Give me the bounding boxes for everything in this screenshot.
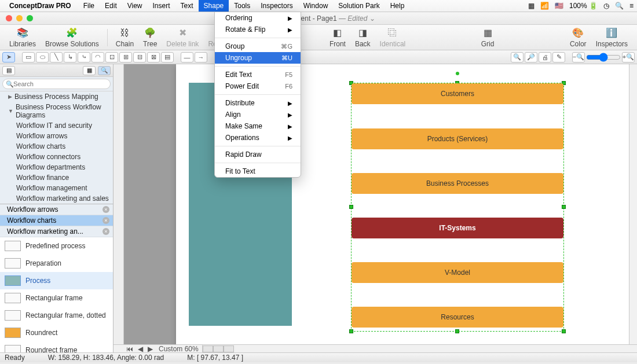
line-tool[interactable]: ╲ [50,52,63,62]
arc-tool[interactable]: ◠ [91,52,104,62]
tree-node[interactable]: ▼Business Process Workflow Diagrams [0,102,113,120]
resize-handle-mr[interactable] [562,205,566,209]
resize-handle-bl[interactable] [349,329,353,333]
menuitem-group[interactable]: Group⌘G [215,41,301,52]
tool-e[interactable]: ▤ [161,52,174,62]
menu-list-icon[interactable]: ≡ [629,2,634,10]
sidebar-tab-grid[interactable]: ▦ [83,66,96,75]
tree-child[interactable]: Workflow arrows [0,131,113,141]
page-nav-first[interactable]: ⏮ [124,345,136,353]
menuitem-power-edit[interactable]: Power EditF6 [215,80,301,92]
tree-child[interactable]: Workflow connectors [0,152,113,162]
resize-handle-bm[interactable] [455,329,459,333]
tree-node[interactable]: ▶Business Process Mapping [0,91,113,102]
tree-child[interactable]: Workflow charts [0,141,113,152]
menuitem-operations[interactable]: Operations▶ [215,132,301,144]
zoom-dropdown[interactable]: Custom 60% [155,345,203,353]
delete-link-button[interactable]: ✖Delete link [162,26,203,49]
spotlight-icon[interactable]: 🔍 [615,2,624,10]
vertical-scrollbar[interactable] [629,64,637,352]
open-library-row[interactable]: Workflow marketing an...× [0,226,113,237]
canvas-shape[interactable]: V-Model [352,262,563,283]
shape-palette-item[interactable]: Predefined process [0,237,113,255]
sidebar-tab-libraries[interactable]: ▤ [2,66,15,75]
canvas-shape[interactable]: Business Processes [352,173,563,194]
open-libraries[interactable]: Workflow arrows×Workflow charts×Workflow… [0,204,113,237]
menuitem-ungroup[interactable]: Ungroup⌘U [215,52,301,64]
menu-insert[interactable]: Insert [148,0,175,12]
battery-status[interactable]: 100% 🔋 [569,2,598,10]
grid-button[interactable]: ▦Grid [477,26,499,49]
close-library-icon[interactable]: × [102,217,109,224]
shape-palette-item[interactable]: Process [0,272,113,289]
color-button[interactable]: 🎨Color [565,26,591,49]
menuitem-fit-to-text[interactable]: Fit to Text [215,166,301,177]
open-library-row[interactable]: Workflow charts× [0,215,113,226]
zoom-slider[interactable] [586,53,621,62]
menu-text[interactable]: Text [175,0,199,12]
smart-connector-tool[interactable]: ⤷ [78,52,90,62]
menu-tools[interactable]: Tools [229,0,255,12]
tree-child[interactable]: Workflow marketing and sales [0,193,113,204]
edit-tool[interactable]: ✎ [552,52,565,62]
tool-b[interactable]: ⊞ [119,52,132,62]
tool-a[interactable]: ⊡ [105,52,118,62]
connector-tool[interactable]: ↳ [64,52,76,62]
menu-view[interactable]: View [122,0,148,12]
menuitem-rotate-&-flip[interactable]: Rotate & Flip▶ [215,24,301,35]
tool-d[interactable]: ⊠ [147,52,160,62]
shape-palette-item[interactable]: Rectangular frame [0,289,113,307]
menuitem-ordering[interactable]: Ordering▶ [215,12,301,24]
library-search-input[interactable] [2,79,111,89]
menuitem-make-same[interactable]: Make Same▶ [215,120,301,132]
canvas[interactable]: CustomersProducts (Services)Business Pro… [114,64,637,352]
canvas-shape[interactable]: IT-Systems [352,218,563,238]
chain-button[interactable]: ⛓Chain [111,26,138,49]
clock-icon[interactable]: ◷ [603,2,609,10]
menuitem-distribute[interactable]: Distribute▶ [215,97,301,109]
close-library-icon[interactable]: × [102,206,109,213]
menuitem-align[interactable]: Align▶ [215,109,301,120]
open-library-row[interactable]: Workflow arrows× [0,204,113,215]
sidebar-tab-search[interactable]: 🔍 [98,66,111,75]
inspectors-button[interactable]: ℹ️Inspectors [591,26,632,49]
tool-c[interactable]: ⊟ [133,52,146,62]
canvas-shape[interactable]: Resources [352,307,563,328]
menuitem-edit-text[interactable]: Edit TextF5 [215,69,301,80]
shape-palette-item[interactable]: Rectangular frame, dotted [0,307,113,324]
page-nav-prev[interactable]: ◀ [136,345,145,353]
wifi-icon[interactable]: 📶 [540,2,549,10]
identical-button[interactable]: ⿻Identical [375,26,411,49]
page-nav-next[interactable]: ▶ [145,345,155,353]
menu-window[interactable]: Window [298,0,334,12]
shape-palette-item[interactable]: Preparation [0,255,113,272]
ellipse-tool[interactable]: ⬭ [36,52,49,62]
minimize-window-button[interactable] [16,15,23,21]
page-tab-3[interactable] [224,345,234,352]
resize-handle-ml[interactable] [349,205,353,209]
zoom-minus[interactable]: −🔍 [572,52,585,62]
shape-palette[interactable]: Predefined processPreparationProcessRect… [0,237,113,352]
app-name[interactable]: ConceptDraw PRO [9,2,71,10]
menu-shape[interactable]: Shape [199,0,229,12]
dropbox-icon[interactable]: ▦ [528,2,535,10]
zoom-plus[interactable]: +🔍 [622,52,635,62]
rotation-handle[interactable] [456,72,459,75]
tree-child[interactable]: Workflow finance [0,172,113,183]
print-tool[interactable]: 🖨 [539,52,551,62]
flag-icon[interactable]: 🇺🇸 [555,2,563,10]
canvas-shape[interactable]: Products (Services) [352,128,563,149]
shape-menu-dropdown[interactable]: Ordering▶Rotate & Flip▶Group⌘GUngroup⌘UE… [214,12,301,178]
arrow-style-tool[interactable]: → [195,52,207,62]
close-window-button[interactable] [6,15,12,21]
back-button[interactable]: ◨Back [350,26,375,49]
tree-child[interactable]: Workflow departments [0,162,113,172]
menu-edit[interactable]: Edit [100,0,122,12]
tree-child[interactable]: Workflow management [0,183,113,193]
shape-palette-item[interactable]: Roundrect frame [0,341,113,352]
libraries-button[interactable]: 📚Libraries [5,26,41,49]
library-tree[interactable]: ▶Business Process Mapping▼Business Proce… [0,91,113,204]
front-button[interactable]: ◧Front [325,26,350,49]
selected-group[interactable]: CustomersProducts (Services)Business Pro… [351,83,564,332]
canvas-shape[interactable]: Customers [352,83,563,104]
